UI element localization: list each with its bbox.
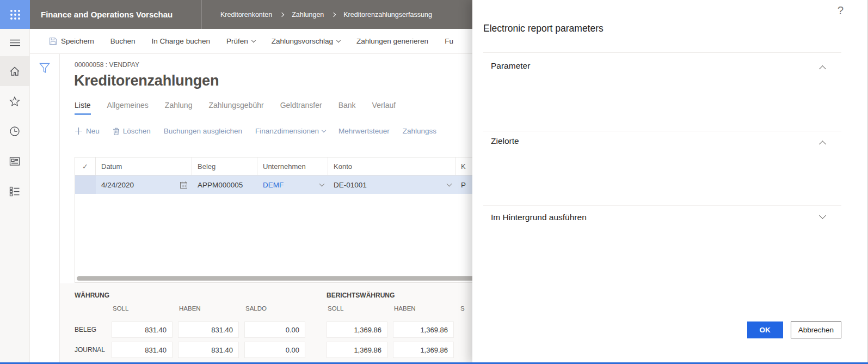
account-value: DE-01001 bbox=[334, 181, 367, 189]
company-cell[interactable]: DEMF bbox=[257, 175, 328, 194]
clipped-value: P bbox=[461, 181, 466, 189]
help-icon[interactable]: ? bbox=[838, 4, 844, 17]
generate-payments-label: Zahlungen generieren bbox=[356, 37, 428, 45]
sidebar-item-home[interactable] bbox=[0, 56, 30, 86]
app-window: Finance and Operations Vorschau Kreditor… bbox=[0, 0, 868, 364]
waffle-icon bbox=[10, 10, 20, 20]
settle-transactions-button[interactable]: Buchungen ausgleichen bbox=[164, 127, 242, 135]
ok-button[interactable]: OK bbox=[747, 321, 783, 338]
total-field: 0.00 bbox=[244, 321, 305, 338]
scrollbar-thumb[interactable] bbox=[77, 276, 476, 281]
save-button-label: Speichern bbox=[61, 37, 94, 45]
cancel-button[interactable]: Abbrechen bbox=[791, 321, 841, 338]
tab-geldtransfer[interactable]: Geldtransfer bbox=[280, 101, 322, 115]
total-field: 831.40 bbox=[112, 342, 173, 358]
sidebar-item-recent[interactable] bbox=[0, 116, 30, 146]
save-button[interactable]: Speichern bbox=[49, 37, 94, 45]
validate-menu-button[interactable]: Prüfen bbox=[226, 37, 255, 45]
column-header-beleg[interactable]: Beleg bbox=[192, 157, 257, 175]
column-header-haben: HABEN bbox=[179, 305, 201, 312]
chevron-up-icon[interactable] bbox=[819, 65, 826, 72]
new-button-label: Neu bbox=[86, 127, 100, 135]
section-header-zielorte[interactable]: Zielorte bbox=[491, 136, 519, 146]
dialog-title: Electronic report parameters bbox=[483, 23, 604, 34]
date-cell[interactable]: 4/24/2020 bbox=[96, 175, 192, 194]
column-header-haben2: HABEN bbox=[394, 305, 416, 312]
section-header-parameter[interactable]: Parameter bbox=[491, 61, 530, 71]
total-field: 1,369.86 bbox=[327, 342, 387, 358]
row-selector-cell[interactable] bbox=[75, 175, 96, 194]
plus-icon bbox=[75, 127, 83, 135]
account-cell[interactable]: DE-01001 bbox=[328, 175, 455, 194]
payment-status-label: Zahlungss bbox=[403, 127, 436, 135]
column-header-saldo2-clipped: S bbox=[460, 305, 465, 312]
app-launcher-button[interactable] bbox=[0, 0, 30, 29]
horizontal-scrollbar[interactable] bbox=[77, 276, 476, 281]
grid-header-row: ✓ Datum Beleg Unternehmen Konto K bbox=[75, 157, 477, 175]
chevron-down-icon[interactable] bbox=[447, 181, 452, 187]
reporting-currency-group-label: BERICHTSWÄHRUNG bbox=[327, 292, 395, 299]
total-field: 1,369.86 bbox=[393, 342, 454, 358]
save-icon bbox=[49, 37, 57, 45]
delete-button[interactable]: Löschen bbox=[113, 127, 151, 135]
payment-status-menu[interactable]: Zahlungss bbox=[403, 127, 436, 135]
chevron-down-icon[interactable] bbox=[319, 181, 325, 187]
electronic-report-parameters-dialog: ? Electronic report parameters Parameter… bbox=[472, 0, 868, 364]
table-row[interactable]: 4/24/2020 APPM000005 DEMF DE-01001 P bbox=[75, 175, 477, 194]
tab-liste[interactable]: Liste bbox=[75, 101, 91, 115]
post-button[interactable]: Buchen bbox=[110, 37, 136, 45]
chevron-down-icon bbox=[251, 38, 255, 43]
voucher-cell[interactable]: APPM000005 bbox=[192, 175, 257, 194]
divider bbox=[483, 52, 841, 53]
column-header-unternehmen[interactable]: Unternehmen bbox=[257, 157, 328, 175]
sidebar-item-favorites[interactable] bbox=[0, 86, 30, 116]
column-label: Unternehmen bbox=[263, 162, 306, 171]
breadcrumb-item[interactable]: Kreditorenkonten bbox=[220, 11, 272, 19]
financial-dimensions-menu[interactable]: Finanzdimensionen bbox=[255, 127, 325, 135]
delete-button-label: Löschen bbox=[123, 127, 151, 135]
section-header-hintergrund[interactable]: Im Hintergrund ausführen bbox=[491, 213, 587, 222]
tab-verlauf[interactable]: Verlauf bbox=[372, 101, 396, 115]
row-label-beleg: BELEG bbox=[75, 326, 96, 333]
column-label: Konto bbox=[334, 162, 352, 171]
breadcrumb-item[interactable]: Zahlungen bbox=[292, 11, 324, 19]
divider bbox=[483, 131, 841, 131]
select-all-checkbox[interactable]: ✓ bbox=[75, 157, 96, 175]
app-title[interactable]: Finance and Operations Vorschau bbox=[30, 0, 202, 29]
sidebar-item-workspaces[interactable] bbox=[0, 146, 30, 176]
chevron-down-icon bbox=[322, 128, 326, 132]
chevron-up-icon[interactable] bbox=[819, 141, 826, 148]
sales-tax-button[interactable]: Mehrwertsteuer bbox=[338, 127, 390, 135]
post-batch-button[interactable]: In Charge buchen bbox=[152, 37, 210, 45]
column-header-datum[interactable]: Datum bbox=[96, 157, 192, 175]
chevron-right-icon bbox=[331, 12, 336, 16]
tab-allgemeines[interactable]: Allgemeines bbox=[107, 101, 149, 115]
total-field: 831.40 bbox=[112, 321, 173, 338]
new-button[interactable]: Neu bbox=[75, 127, 100, 135]
tab-zahlungsgebuehr[interactable]: Zahlungsgebühr bbox=[208, 101, 263, 115]
breadcrumb: Kreditorenkonten Zahlungen Kreditorenzah… bbox=[202, 0, 432, 29]
breadcrumb-item[interactable]: Kreditorenzahlungserfassung bbox=[343, 11, 432, 19]
clipped-menu-button[interactable]: Fu bbox=[445, 37, 453, 45]
tab-bank[interactable]: Bank bbox=[338, 101, 356, 115]
journal-lines-grid: ✓ Datum Beleg Unternehmen Konto K 4/24/2… bbox=[75, 157, 478, 283]
voucher-value: APPM000005 bbox=[198, 181, 243, 189]
hamburger-menu-button[interactable] bbox=[0, 29, 30, 56]
tab-zahlung[interactable]: Zahlung bbox=[165, 101, 193, 115]
payment-proposal-menu-button[interactable]: Zahlungsvorschlag bbox=[272, 37, 340, 45]
total-field: 1,369.86 bbox=[327, 321, 387, 338]
chevron-down-icon[interactable] bbox=[819, 212, 826, 219]
star-icon bbox=[9, 95, 21, 107]
company-link[interactable]: DEMF bbox=[263, 181, 284, 189]
column-header-soll2: SOLL bbox=[328, 305, 343, 312]
filter-icon[interactable] bbox=[38, 61, 51, 75]
column-header-konto[interactable]: Konto bbox=[328, 157, 455, 175]
sidebar-item-modules[interactable] bbox=[0, 176, 30, 206]
clipped-menu-label: Fu bbox=[445, 37, 453, 45]
generate-payments-button[interactable]: Zahlungen generieren bbox=[356, 37, 428, 45]
financial-dimensions-label: Finanzdimensionen bbox=[255, 127, 319, 135]
column-label: Datum bbox=[101, 162, 122, 171]
calendar-icon[interactable] bbox=[180, 181, 188, 189]
clock-icon bbox=[9, 125, 21, 137]
post-button-label: Buchen bbox=[110, 37, 136, 45]
